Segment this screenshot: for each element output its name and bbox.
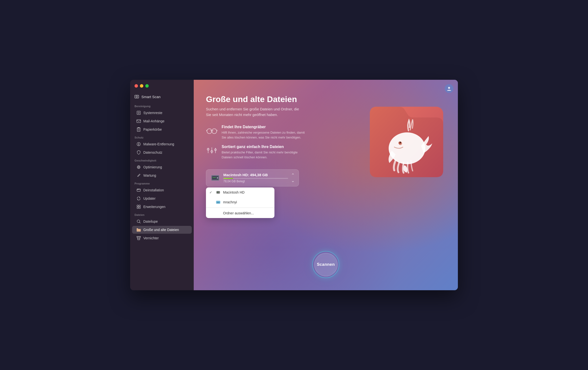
svg-rect-37 xyxy=(217,202,220,203)
svg-point-34 xyxy=(219,192,219,193)
deinstallation-icon xyxy=(136,188,141,192)
vernichter-icon xyxy=(136,236,141,240)
sidebar-item-systemreste[interactable]: Systemreste xyxy=(132,109,192,117)
dropdown-macintosh-hd-label: Macintosh HD xyxy=(223,190,245,194)
checkmark-icon: ✓ xyxy=(209,190,213,194)
svg-rect-18 xyxy=(137,236,141,237)
wartung-icon xyxy=(136,173,141,178)
svg-rect-35 xyxy=(217,192,218,192)
optimierung-icon xyxy=(136,165,141,169)
folder-illustration xyxy=(367,94,446,178)
disk-dropdown-menu: ✓ Macintosh HD xyxy=(206,187,274,218)
svg-rect-0 xyxy=(135,95,139,98)
disk-info: Macintosh HD: 494,38 GB 78,04 GB Belegt xyxy=(223,173,288,183)
svg-rect-16 xyxy=(139,207,140,208)
svg-rect-15 xyxy=(137,207,138,208)
macintosh-hd-icon xyxy=(216,190,221,195)
svg-rect-2 xyxy=(137,111,140,115)
svg-point-12 xyxy=(138,189,139,190)
smart-scan-icon xyxy=(135,94,139,99)
dateilupe-icon xyxy=(136,219,141,224)
scan-button-container: Scannen xyxy=(312,251,339,278)
user-avatar[interactable] xyxy=(445,84,453,93)
maximize-button[interactable] xyxy=(145,84,149,88)
disk-drive-icon xyxy=(210,173,220,183)
sidebar-item-optimierung[interactable]: Optimierung xyxy=(132,163,192,171)
feature-heading-sortiert: Sortiert ganz einfach Ihre Dateien xyxy=(222,145,305,149)
traffic-lights xyxy=(135,84,149,88)
feature-text-datengr: Findet Ihre Datengräber Hilft Ihnen, zah… xyxy=(222,125,305,140)
svg-rect-31 xyxy=(213,177,216,178)
dropdown-item-mrachnyi[interactable]: mrachnyi xyxy=(206,197,274,207)
svg-point-8 xyxy=(138,167,139,168)
ordner-icon xyxy=(216,211,221,216)
disk-selector[interactable]: Macintosh HD: 494,38 GB 78,04 GB Belegt … xyxy=(206,169,299,186)
app-window: Smart Scan Bereinigung Systemreste Mail-… xyxy=(130,80,458,290)
dropdown-mrachnyi-label: mrachnyi xyxy=(223,200,237,204)
svg-rect-5 xyxy=(137,128,140,131)
svg-point-21 xyxy=(212,129,217,134)
dropdown-item-macintosh-hd[interactable]: ✓ Macintosh HD xyxy=(206,187,274,197)
mail-icon xyxy=(136,119,141,123)
malware-icon xyxy=(136,142,141,146)
glasses-icon xyxy=(206,125,218,137)
papierkoerbe-label: Papierkörbe xyxy=(143,127,162,131)
sidebar-item-smart-scan[interactable]: Smart Scan xyxy=(130,92,194,101)
sidebar-item-erweiterungen[interactable]: Erweiterungen xyxy=(132,203,192,211)
grosse-dateien-icon xyxy=(136,228,141,232)
feature-desc-datengr: Hilft Ihnen, zahlreiche vergessene Datei… xyxy=(222,130,305,140)
sidebar-item-dateilupe[interactable]: Dateilupe xyxy=(132,218,192,225)
dateilupe-label: Dateilupe xyxy=(143,220,158,223)
grosse-dateien-label: Große und alte Dateien xyxy=(143,228,179,232)
svg-point-19 xyxy=(448,87,450,89)
dropdown-divider xyxy=(206,208,274,208)
deinstallation-label: Deinstallation xyxy=(143,188,164,192)
feature-desc-sortiert: Bietet praktische Filter, damit Sie nich… xyxy=(222,150,305,160)
dropdown-ordner-label: Ordner auswählen... xyxy=(223,211,254,215)
sidebar-item-datenschutz[interactable]: Datenschutz xyxy=(132,149,192,156)
feature-heading-datengr: Findet Ihre Datengräber xyxy=(222,125,305,129)
sidebar-item-vernichter[interactable]: Vernichter xyxy=(132,234,192,242)
svg-rect-14 xyxy=(139,205,140,207)
disk-bar-container xyxy=(223,178,288,179)
trash-icon xyxy=(136,127,141,132)
erweiterungen-icon xyxy=(136,205,141,209)
svg-point-1 xyxy=(136,96,137,97)
wartung-label: Wartung xyxy=(143,173,156,177)
section-label-geschwindigkeit: Geschwindigkeit xyxy=(130,157,194,163)
svg-point-42 xyxy=(400,142,401,143)
sidebar-item-malware[interactable]: Malware-Entfernung xyxy=(132,140,192,148)
close-button[interactable] xyxy=(135,84,138,88)
datenschutz-label: Datenschutz xyxy=(143,150,162,154)
sidebar-item-deinstallation[interactable]: Deinstallation xyxy=(132,186,192,194)
mrachnyi-icon xyxy=(216,200,221,205)
scan-button-ring: Scannen xyxy=(312,251,339,278)
svg-rect-13 xyxy=(137,205,138,207)
sidebar-item-grosse-dateien[interactable]: Große und alte Dateien xyxy=(132,226,192,234)
disk-bar-fill xyxy=(223,178,233,179)
svg-point-11 xyxy=(137,189,138,190)
section-label-dateien: Dateien xyxy=(130,211,194,217)
sidebar-item-papierkoerbe[interactable]: Papierkörbe xyxy=(132,126,192,133)
sidebar-item-wartung[interactable]: Wartung xyxy=(132,172,192,179)
dropdown-item-ordner-auswaehlen[interactable]: Ordner auswählen... xyxy=(206,208,274,218)
scan-button[interactable]: Scannen xyxy=(314,253,338,276)
malware-label: Malware-Entfernung xyxy=(143,142,174,146)
erweiterungen-label: Erweiterungen xyxy=(143,205,165,209)
main-content-area: Große und alte Dateien Suchen und entfer… xyxy=(194,80,458,290)
systemreste-label: Systemreste xyxy=(143,111,162,115)
svg-point-30 xyxy=(217,177,218,179)
vernichter-label: Vernichter xyxy=(143,236,159,240)
sidebar-item-mail-anhaenge[interactable]: Mail-Anhänge xyxy=(132,117,192,125)
sidebar-item-updater[interactable]: Updater xyxy=(132,195,192,202)
mail-anhaenge-label: Mail-Anhänge xyxy=(143,119,164,123)
smart-scan-label: Smart Scan xyxy=(141,95,160,99)
svg-point-39 xyxy=(389,132,425,164)
systemreste-icon xyxy=(136,111,141,115)
section-label-programme: Programme xyxy=(130,180,194,186)
minimize-button[interactable] xyxy=(140,84,143,88)
datenschutz-icon xyxy=(136,150,141,155)
feature-text-sortiert: Sortiert ganz einfach Ihre Dateien Biete… xyxy=(222,145,305,160)
section-label-schutz: Schutz xyxy=(130,134,194,140)
section-label-bereinigung: Bereinigung xyxy=(130,102,194,109)
